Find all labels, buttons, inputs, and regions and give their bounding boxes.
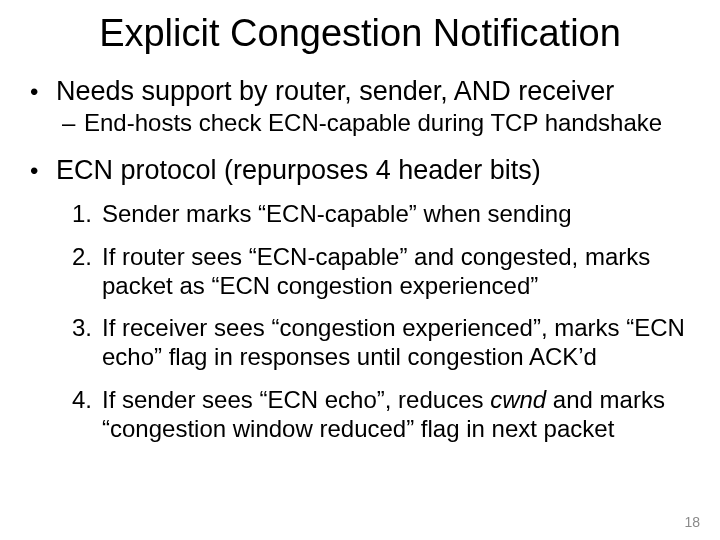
bullet-item: • Needs support by router, sender, AND r… — [30, 76, 700, 107]
list-number: 1. — [72, 200, 102, 229]
text-span: If sender sees “ECN echo”, reduces — [102, 386, 490, 413]
sub-bullet-item: – End-hosts check ECN-capable during TCP… — [62, 109, 700, 137]
bullet-text: Needs support by router, sender, AND rec… — [56, 76, 700, 107]
list-text: Sender marks “ECN-capable” when sending — [102, 200, 700, 229]
bullet-icon: • — [30, 155, 56, 186]
sub-bullet-text: End-hosts check ECN-capable during TCP h… — [84, 109, 700, 137]
italic-term: cwnd — [490, 386, 546, 413]
bullet-text: ECN protocol (repurposes 4 header bits) — [56, 155, 700, 186]
list-item: 2. If router sees “ECN-capable” and cong… — [72, 243, 700, 301]
list-text: If router sees “ECN-capable” and congest… — [102, 243, 700, 301]
list-item: 4. If sender sees “ECN echo”, reduces cw… — [72, 386, 700, 444]
dash-icon: – — [62, 109, 84, 137]
slide-title: Explicit Congestion Notification — [0, 12, 720, 55]
list-item: 1. Sender marks “ECN-capable” when sendi… — [72, 200, 700, 229]
page-number: 18 — [684, 514, 700, 530]
bullet-icon: • — [30, 76, 56, 107]
slide-body: • Needs support by router, sender, AND r… — [30, 70, 700, 444]
bullet-item: • ECN protocol (repurposes 4 header bits… — [30, 155, 700, 186]
list-item: 3. If receiver sees “congestion experien… — [72, 314, 700, 372]
list-number: 4. — [72, 386, 102, 415]
list-number: 2. — [72, 243, 102, 272]
list-text: If receiver sees “congestion experienced… — [102, 314, 700, 372]
slide: Explicit Congestion Notification • Needs… — [0, 0, 720, 540]
list-number: 3. — [72, 314, 102, 343]
list-text: If sender sees “ECN echo”, reduces cwnd … — [102, 386, 700, 444]
